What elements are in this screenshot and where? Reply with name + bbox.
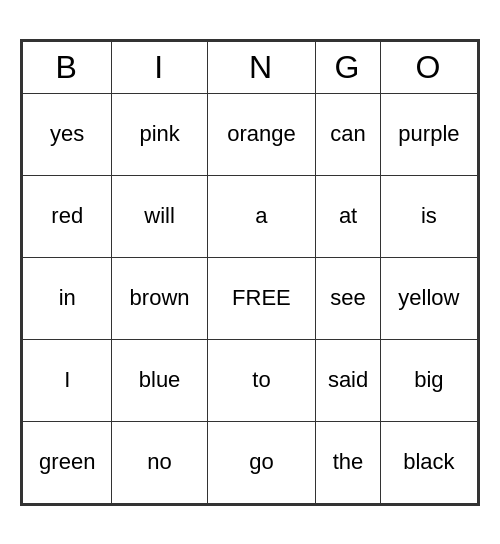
cell-r0-c1: pink xyxy=(112,93,207,175)
cell-r0-c3: can xyxy=(316,93,381,175)
cell-r4-c3: the xyxy=(316,421,381,503)
cell-r2-c4: yellow xyxy=(380,257,477,339)
header-G: G xyxy=(316,41,381,93)
cell-r0-c2: orange xyxy=(207,93,316,175)
cell-r4-c1: no xyxy=(112,421,207,503)
bingo-header-row: BINGO xyxy=(23,41,478,93)
cell-r3-c3: said xyxy=(316,339,381,421)
header-O: O xyxy=(380,41,477,93)
cell-r3-c0: I xyxy=(23,339,112,421)
table-row: inbrownFREEseeyellow xyxy=(23,257,478,339)
cell-r2-c2: FREE xyxy=(207,257,316,339)
cell-r1-c3: at xyxy=(316,175,381,257)
table-row: yespinkorangecanpurple xyxy=(23,93,478,175)
cell-r3-c2: to xyxy=(207,339,316,421)
cell-r3-c1: blue xyxy=(112,339,207,421)
cell-r4-c4: black xyxy=(380,421,477,503)
cell-r2-c0: in xyxy=(23,257,112,339)
table-row: redwillaatis xyxy=(23,175,478,257)
cell-r1-c4: is xyxy=(380,175,477,257)
bingo-body: yespinkorangecanpurpleredwillaatisinbrow… xyxy=(23,93,478,503)
cell-r0-c0: yes xyxy=(23,93,112,175)
cell-r4-c2: go xyxy=(207,421,316,503)
cell-r1-c2: a xyxy=(207,175,316,257)
cell-r2-c3: see xyxy=(316,257,381,339)
cell-r3-c4: big xyxy=(380,339,477,421)
header-N: N xyxy=(207,41,316,93)
bingo-card: BINGO yespinkorangecanpurpleredwillaatis… xyxy=(20,39,480,506)
header-B: B xyxy=(23,41,112,93)
cell-r4-c0: green xyxy=(23,421,112,503)
table-row: greennogotheblack xyxy=(23,421,478,503)
header-I: I xyxy=(112,41,207,93)
cell-r1-c0: red xyxy=(23,175,112,257)
cell-r2-c1: brown xyxy=(112,257,207,339)
cell-r0-c4: purple xyxy=(380,93,477,175)
table-row: Ibluetosaidbig xyxy=(23,339,478,421)
cell-r1-c1: will xyxy=(112,175,207,257)
